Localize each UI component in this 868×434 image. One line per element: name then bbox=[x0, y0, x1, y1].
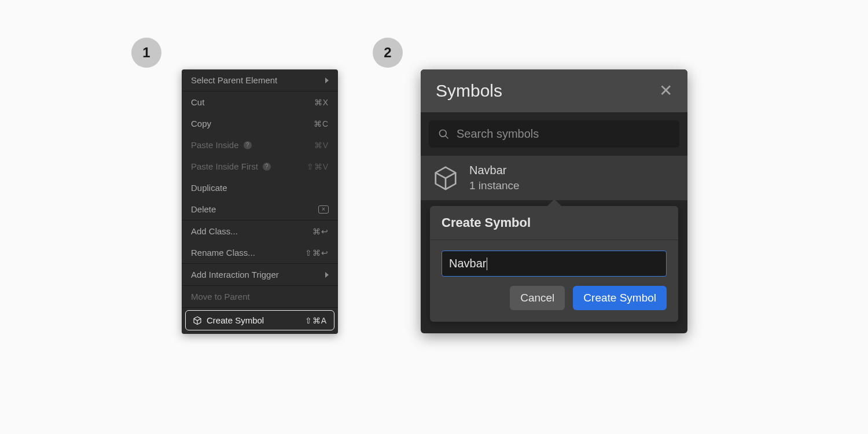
menu-item-paste-inside-first[interactable]: Paste Inside First ? ⇧⌘V bbox=[182, 156, 338, 177]
help-icon: ? bbox=[263, 163, 271, 171]
menu-shortcut: ⌘↩ bbox=[312, 227, 329, 236]
symbol-name: Navbar bbox=[469, 164, 520, 177]
svg-line-1 bbox=[446, 135, 448, 138]
menu-item-paste-inside[interactable]: Paste Inside ? ⌘V bbox=[182, 134, 338, 156]
search-placeholder: Search symbols bbox=[457, 127, 539, 141]
cube-icon bbox=[193, 316, 202, 325]
create-symbol-button[interactable]: Create Symbol bbox=[573, 286, 667, 310]
menu-shortcut: ⇧⌘V bbox=[307, 162, 329, 171]
popover-caret bbox=[547, 199, 561, 206]
menu-shortcut: ⇧⌘↩ bbox=[305, 248, 329, 258]
menu-label: Paste Inside First bbox=[191, 161, 258, 171]
search-icon bbox=[438, 128, 450, 140]
menu-shortcut: ⌘V bbox=[314, 141, 329, 150]
menu-item-rename-class[interactable]: Rename Class... ⇧⌘↩ bbox=[182, 242, 338, 263]
cube-icon bbox=[432, 165, 459, 192]
cancel-button[interactable]: Cancel bbox=[510, 286, 565, 310]
menu-item-cut[interactable]: Cut ⌘X bbox=[182, 91, 338, 113]
menu-label: Rename Class... bbox=[191, 248, 255, 258]
menu-label: Add Class... bbox=[191, 226, 238, 236]
delete-icon bbox=[318, 205, 329, 214]
chevron-right-icon bbox=[325, 78, 329, 83]
help-icon: ? bbox=[244, 141, 252, 149]
menu-item-create-symbol[interactable]: Create Symbol ⇧⌘A bbox=[185, 310, 334, 330]
menu-item-select-parent[interactable]: Select Parent Element bbox=[182, 69, 338, 91]
step-badge-2: 2 bbox=[373, 38, 403, 68]
symbol-name-input[interactable]: Navbar bbox=[442, 251, 667, 277]
panel-title: Symbols bbox=[436, 81, 502, 101]
menu-label: Add Interaction Trigger bbox=[191, 270, 279, 279]
menu-item-delete[interactable]: Delete bbox=[182, 198, 338, 220]
menu-shortcut: ⌘C bbox=[314, 119, 329, 128]
chevron-right-icon bbox=[325, 272, 329, 278]
popover-title: Create Symbol bbox=[442, 215, 667, 230]
menu-item-add-class[interactable]: Add Class... ⌘↩ bbox=[182, 220, 338, 242]
menu-label: Paste Inside bbox=[191, 140, 239, 150]
menu-label: Cut bbox=[191, 97, 204, 107]
input-value: Navbar bbox=[449, 257, 486, 270]
menu-label: Copy bbox=[191, 119, 211, 128]
menu-separator bbox=[182, 307, 338, 308]
menu-item-copy[interactable]: Copy ⌘C bbox=[182, 113, 338, 134]
menu-label: Create Symbol bbox=[207, 315, 264, 325]
search-input[interactable]: Search symbols bbox=[429, 120, 679, 148]
symbol-row[interactable]: Navbar 1 instance bbox=[421, 156, 687, 200]
menu-label: Delete bbox=[191, 204, 216, 214]
menu-shortcut: ⇧⌘A bbox=[305, 316, 327, 325]
menu-label: Select Parent Element bbox=[191, 75, 277, 85]
menu-item-move-to-parent[interactable]: Move to Parent bbox=[182, 286, 338, 307]
menu-label: Move to Parent bbox=[191, 292, 250, 301]
symbols-panel: Symbols ✕ Search symbols Navbar 1 instan… bbox=[421, 69, 687, 333]
menu-item-add-interaction[interactable]: Add Interaction Trigger bbox=[182, 264, 338, 285]
step-badge-1: 1 bbox=[131, 38, 161, 68]
menu-label: Duplicate bbox=[191, 183, 227, 193]
svg-point-0 bbox=[440, 130, 447, 137]
menu-shortcut: ⌘X bbox=[314, 98, 329, 107]
close-icon[interactable]: ✕ bbox=[659, 83, 672, 99]
text-caret bbox=[487, 258, 487, 270]
symbol-instance-count: 1 instance bbox=[469, 179, 520, 192]
create-symbol-popover: Create Symbol Navbar Cancel Create Symbo… bbox=[430, 206, 678, 322]
context-menu: Select Parent Element Cut ⌘X Copy ⌘C Pas… bbox=[182, 69, 338, 334]
panel-header: Symbols ✕ bbox=[421, 69, 687, 112]
menu-item-duplicate[interactable]: Duplicate bbox=[182, 177, 338, 198]
